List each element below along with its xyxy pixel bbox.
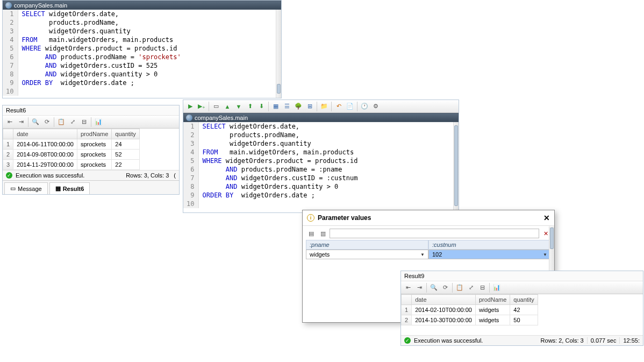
next-row-button[interactable]: ⇥ [414, 282, 425, 293]
status-ok-icon: ✓ [404, 337, 411, 344]
result6-label: Result6 [3, 105, 179, 116]
grid-view-button[interactable]: ▦ [270, 101, 281, 112]
run-step-button[interactable]: ▶₊ [196, 101, 207, 112]
status-ok-icon: ✓ [6, 172, 12, 179]
chart-button[interactable]: 📊 [93, 117, 104, 127]
first-row-button[interactable]: ⇤ [4, 117, 15, 127]
editor1-title: companySales.main [14, 2, 67, 9]
filter-button[interactable]: 🔍 [428, 282, 439, 293]
down2-button[interactable]: ⬇ [256, 101, 267, 112]
param-header-pname: :pname [306, 240, 428, 250]
refresh-button[interactable]: ⟳ [440, 282, 450, 293]
filter-button[interactable]: 🔍 [30, 117, 41, 127]
param-tool2[interactable]: ▥ [318, 228, 328, 239]
editor1-titlebar: companySales.main [3, 1, 281, 10]
result9-label: Result9 [401, 271, 643, 281]
next-row-button[interactable]: ⇥ [16, 117, 26, 127]
param-value-custnum[interactable]: 102▼ [428, 250, 551, 259]
pin-button[interactable]: ⊟ [78, 117, 89, 127]
param-tool1[interactable]: ▤ [306, 228, 317, 239]
run-button[interactable]: ▶ [185, 101, 196, 112]
refresh-button[interactable]: ⟳ [41, 117, 52, 127]
undo-button[interactable]: ↶ [333, 101, 344, 112]
db-icon [186, 115, 192, 121]
expand-button[interactable]: ⤢ [67, 117, 78, 127]
schema-button[interactable]: ⊞ [304, 101, 315, 112]
result9-time: 0.077 sec [587, 337, 617, 344]
history-button[interactable]: 📄 [345, 101, 355, 112]
result9-grid[interactable]: dateprodNamequantity12014-02-10T00:00:00… [401, 294, 538, 325]
message-icon: ▭ [10, 185, 16, 192]
close-button[interactable]: ✕ [543, 214, 550, 222]
result6-status: Execution was successful. [16, 172, 84, 179]
export-button[interactable]: 📁 [319, 101, 330, 112]
first-row-button[interactable]: ⇤ [403, 282, 413, 293]
param-value-pname[interactable]: widgets▼ [306, 250, 428, 259]
result6-counts: Rows: 3, Cols: 3 [126, 172, 169, 179]
tab-result6[interactable]: ▦ Result6 [49, 182, 90, 194]
expand-button[interactable]: ⤢ [466, 282, 476, 293]
param-dialog-title: Parameter values [318, 214, 371, 222]
form-view-button[interactable]: ☰ [282, 101, 292, 112]
result6-grid[interactable]: dateprodNamequantity12014-06-11T00:00:00… [3, 129, 140, 170]
editor2-titlebar: companySales.main [183, 113, 459, 122]
up-button[interactable]: ▲ [222, 101, 233, 112]
plan-button[interactable]: ▭ [211, 101, 221, 112]
up2-button[interactable]: ⬆ [245, 101, 255, 112]
param-icon: i [307, 214, 314, 222]
editor2-title: companySales.main [195, 115, 248, 121]
db-icon [5, 2, 12, 9]
down-button[interactable]: ▼ [233, 101, 244, 112]
chart-button[interactable]: 📊 [491, 282, 502, 293]
scrollbar[interactable] [276, 10, 281, 98]
result9-counts: Rows: 2, Cols: 3 [541, 337, 584, 344]
tree-button[interactable]: 🌳 [293, 101, 304, 112]
result9-status: Execution was successful. [414, 337, 483, 344]
param-header-custnum: :custnum [428, 240, 551, 250]
settings-button[interactable]: ⚙ [370, 101, 381, 112]
sql-editor-2[interactable]: SELECT widgetOrders.date, products.prodN… [199, 122, 357, 208]
result9-ts: 12:55: [619, 337, 640, 344]
pin-button[interactable]: ⊟ [477, 282, 488, 293]
copy-button[interactable]: 📋 [454, 282, 465, 293]
copy-button[interactable]: 📋 [56, 117, 67, 127]
tab-message[interactable]: ▭ Message [4, 182, 48, 194]
scrollbar[interactable] [453, 122, 459, 212]
sql-editor-1[interactable]: SELECT widgetOrders.date, products.prodN… [18, 10, 181, 96]
grid-icon: ▦ [55, 185, 61, 192]
clock-button[interactable]: 🕐 [359, 101, 370, 112]
